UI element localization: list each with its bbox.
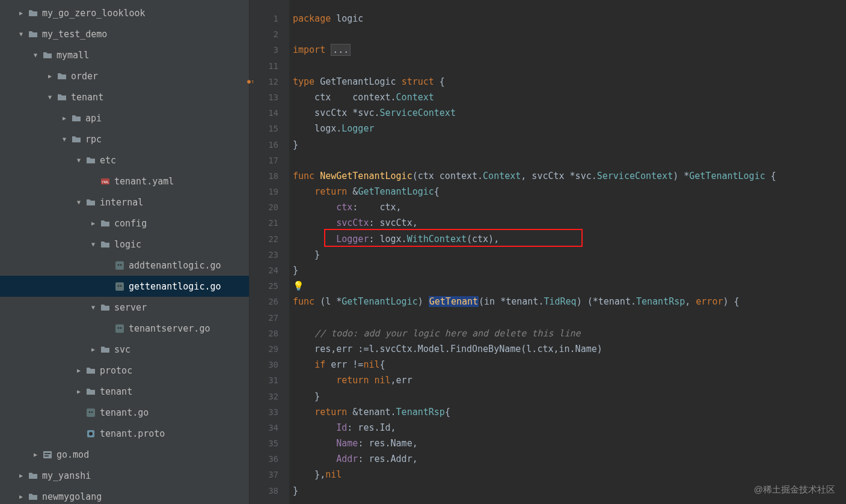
code-line[interactable]: return &GetTenantLogic{ <box>293 184 846 199</box>
tree-item-server[interactable]: ▼server <box>0 297 249 318</box>
code-line[interactable]: func NewGetTenantLogic(ctx context.Conte… <box>293 168 846 184</box>
tree-item-addtenantlogic-go[interactable]: addtenantlogic.go <box>0 255 249 276</box>
go-icon <box>85 407 96 418</box>
svg-rect-18 <box>44 455 49 457</box>
tree-item-logic[interactable]: ▼logic <box>0 234 249 255</box>
svg-point-13 <box>91 411 93 413</box>
tree-item-label: tenant.proto <box>100 428 244 439</box>
tree-arrow-icon[interactable]: ▼ <box>17 31 25 37</box>
tree-item-order[interactable]: ▶order <box>0 65 249 87</box>
code-line[interactable]: return nil,err <box>293 372 846 388</box>
code-line[interactable]: Name: res.Name, <box>293 436 846 451</box>
code-line[interactable]: } <box>293 247 846 263</box>
code-line[interactable] <box>293 310 846 326</box>
tree-arrow-icon[interactable]: ▶ <box>17 10 25 16</box>
tree-item-tenant-go[interactable]: tenant.go <box>0 402 249 423</box>
code-line[interactable]: type GetTenantLogic struct { <box>293 74 846 90</box>
code-line[interactable]: func (l *GetTenantLogic) GetTenant(in *t… <box>293 294 846 309</box>
tree-item-my-test-demo[interactable]: ▼my_test_demo <box>0 23 249 44</box>
tree-item-internal[interactable]: ▼internal <box>0 192 249 213</box>
code-line[interactable]: },nil <box>293 467 846 482</box>
tree-item-my-go-zero-looklook[interactable]: ▶my_go_zero_looklook <box>0 2 249 23</box>
code-line[interactable]: if err !=nil{ <box>293 357 846 372</box>
tree-item-tenant-proto[interactable]: tenant.proto <box>0 423 249 444</box>
editor-code-area[interactable]: package logic import ... type GetTenantL… <box>289 0 846 504</box>
tree-arrow-icon[interactable]: ▼ <box>75 157 83 163</box>
code-line[interactable]: res,err :=l.svcCtx.Model.FindOneByName(l… <box>293 341 846 357</box>
tree-item-label: newmygolang <box>42 491 244 502</box>
project-tree-sidebar[interactable]: ▶my_go_zero_looklook▼my_test_demo▼mymall… <box>0 0 250 504</box>
tree-item-mymall[interactable]: ▼mymall <box>0 44 249 65</box>
tree-arrow-icon[interactable]: ▶ <box>75 367 83 374</box>
tree-item-svc[interactable]: ▶svc <box>0 339 249 360</box>
intention-bulb-icon[interactable]: 💡 <box>293 278 304 294</box>
tree-item-tenant[interactable]: ▶tenant <box>0 381 249 402</box>
code-line[interactable]: return &tenant.TenantRsp{ <box>293 404 846 420</box>
folder-icon <box>28 491 38 502</box>
tree-arrow-icon[interactable]: ▶ <box>17 472 25 479</box>
editor-gutter: 1231112●↑1314151617181920212223242526272… <box>250 0 289 504</box>
tree-item-config[interactable]: ▶config <box>0 213 249 234</box>
go-icon <box>114 323 125 334</box>
tree-arrow-icon[interactable]: ▼ <box>89 304 97 311</box>
code-line[interactable] <box>293 26 846 42</box>
tree-item-tenant-yaml[interactable]: YMLtenant.yaml <box>0 171 249 192</box>
project-tree[interactable]: ▶my_go_zero_looklook▼my_test_demo▼mymall… <box>0 0 249 504</box>
tree-arrow-icon[interactable]: ▶ <box>89 220 97 226</box>
implement-gutter-icon[interactable]: ●↑ <box>247 74 254 90</box>
gutter-line: 26 <box>250 294 278 309</box>
code-line[interactable]: // todo: add your logic here and delete … <box>293 326 846 341</box>
svg-rect-5 <box>115 282 124 291</box>
tree-arrow-icon[interactable]: ▼ <box>31 52 40 58</box>
tree-arrow-icon[interactable]: ▶ <box>46 73 54 79</box>
code-line[interactable] <box>293 58 846 74</box>
code-line[interactable]: Addr: res.Addr, <box>293 451 846 467</box>
gutter-line: 23 <box>250 247 278 263</box>
code-line[interactable]: package logic <box>293 11 846 26</box>
tree-item-go-mod[interactable]: ▶go.mod <box>0 444 249 465</box>
tree-item-my-yanshi[interactable]: ▶my_yanshi <box>0 465 249 486</box>
code-line[interactable]: Logger: logx.WithContext(ctx), <box>293 231 846 247</box>
svg-point-6 <box>118 285 120 287</box>
tree-item-newmygolang[interactable]: ▶newmygolang <box>0 486 249 504</box>
tree-item-label: gettenantlogic.go <box>129 281 244 292</box>
tree-item-tenantserver-go[interactable]: tenantserver.go <box>0 318 249 339</box>
tree-arrow-icon[interactable]: ▼ <box>89 241 97 247</box>
svg-rect-17 <box>44 453 51 454</box>
code-line[interactable]: ctx: ctx, <box>293 199 846 215</box>
code-line[interactable]: } <box>293 389 846 404</box>
tree-arrow-icon[interactable]: ▶ <box>31 451 40 458</box>
code-line[interactable]: import ... <box>293 42 846 58</box>
code-line[interactable]: Id: res.Id, <box>293 420 846 436</box>
code-editor[interactable]: 1231112●↑1314151617181920212223242526272… <box>250 0 846 504</box>
code-line[interactable]: svcCtx *svc.ServiceContext <box>293 105 846 121</box>
tree-arrow-icon[interactable]: ▶ <box>89 346 97 353</box>
tree-arrow-icon[interactable]: ▶ <box>60 115 69 121</box>
tree-arrow-icon[interactable]: ▼ <box>75 199 83 205</box>
folder-icon <box>85 365 96 376</box>
code-line[interactable]: ctx context.Context <box>293 90 846 105</box>
tree-arrow-icon[interactable]: ▶ <box>17 493 25 500</box>
tree-item-gettenantlogic-go[interactable]: gettenantlogic.go <box>0 276 249 297</box>
code-line[interactable]: svcCtx: svcCtx, <box>293 215 846 231</box>
code-line[interactable]: } <box>293 137 846 153</box>
gutter-line: 34 <box>250 420 278 436</box>
tree-arrow-icon[interactable]: ▼ <box>60 136 69 142</box>
folder-icon <box>100 239 111 250</box>
code-line[interactable] <box>293 153 846 168</box>
code-line[interactable]: } <box>293 263 846 278</box>
tree-item-rpc[interactable]: ▼rpc <box>0 129 249 150</box>
tree-item-api[interactable]: ▶api <box>0 108 249 129</box>
code-line[interactable]: 💡 <box>293 278 846 294</box>
tree-item-protoc[interactable]: ▶protoc <box>0 360 249 381</box>
code-line[interactable]: logx.Logger <box>293 121 846 136</box>
gutter-line: 13 <box>250 90 278 105</box>
tree-item-tenant[interactable]: ▼tenant <box>0 87 249 108</box>
gutter-line: 21 <box>250 215 278 231</box>
tree-arrow-icon[interactable]: ▼ <box>46 94 54 100</box>
tree-item-label: addtenantlogic.go <box>129 260 244 271</box>
tree-arrow-icon[interactable]: ▶ <box>75 388 83 395</box>
tree-item-etc[interactable]: ▼etc <box>0 150 249 171</box>
svg-point-15 <box>89 432 93 436</box>
gutter-line: 25 <box>250 278 278 294</box>
